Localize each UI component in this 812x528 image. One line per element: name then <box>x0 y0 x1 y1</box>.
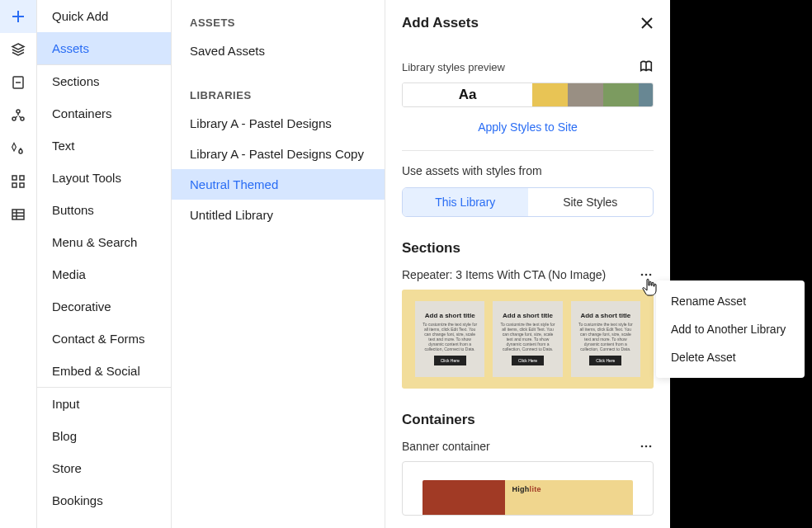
svg-point-9 <box>641 274 644 276</box>
layers-icon <box>11 42 26 57</box>
category-containers[interactable]: Containers <box>37 97 171 130</box>
category-bookings[interactable]: Bookings <box>37 484 171 516</box>
category-text[interactable]: Text <box>37 130 171 162</box>
close-icon <box>640 16 654 30</box>
svg-rect-8 <box>12 210 24 219</box>
saved-assets-item[interactable]: Saved Assets <box>172 35 385 66</box>
typography-swatch: Aa <box>403 83 532 106</box>
book-icon[interactable] <box>639 59 654 74</box>
apply-styles-link[interactable]: Apply Styles to Site <box>402 107 654 150</box>
svg-point-12 <box>641 446 644 448</box>
svg-point-10 <box>645 274 648 276</box>
nodes-icon <box>11 108 26 123</box>
icon-rail <box>0 0 36 528</box>
preview-card-title: Add a short title <box>503 313 553 320</box>
more-icon <box>640 445 652 448</box>
svg-point-13 <box>645 446 648 448</box>
category-panel: Quick Add Assets Sections Containers Tex… <box>36 0 172 528</box>
preview-card-button: Click Here <box>512 356 544 365</box>
ctx-add-to-library[interactable]: Add to Another Library <box>656 315 805 343</box>
style-swatch-row: Aa <box>402 82 654 107</box>
category-blog[interactable]: Blog <box>37 420 171 452</box>
ctx-rename-asset[interactable]: Rename Asset <box>656 287 805 315</box>
assets-header: ASSETS <box>172 0 385 35</box>
category-sections[interactable]: Sections <box>37 65 171 97</box>
asset-context-menu: Rename Asset Add to Another Library Dele… <box>656 280 805 378</box>
libraries-panel: ASSETS Saved Assets LIBRARIES Library A … <box>172 0 385 528</box>
table-icon <box>12 208 25 221</box>
category-quick-add[interactable]: Quick Add <box>37 0 171 32</box>
category-decorative[interactable]: Decorative <box>37 290 171 323</box>
rail-theme-button[interactable] <box>0 132 36 165</box>
category-layout-tools[interactable]: Layout Tools <box>37 162 171 194</box>
style-source-segmented: This Library Site Styles <box>402 187 654 217</box>
preview-card-body: To customize the text style for all item… <box>422 322 478 351</box>
asset-name: Repeater: 3 Items With CTA (No Image) <box>402 268 606 281</box>
category-assets[interactable]: Assets <box>37 32 171 64</box>
color-swatch <box>639 83 653 106</box>
libraries-header: LIBRARIES <box>172 66 385 108</box>
asset-name: Banner container <box>402 440 490 453</box>
svg-rect-4 <box>12 176 17 180</box>
sections-heading: Sections <box>402 240 654 257</box>
svg-point-1 <box>17 110 20 113</box>
canvas-offscreen <box>670 0 812 528</box>
category-contact-forms[interactable]: Contact & Forms <box>37 323 171 355</box>
grid-icon <box>12 175 25 188</box>
library-item-selected[interactable]: Neutral Themed <box>172 169 385 200</box>
rail-connections-button[interactable] <box>0 99 36 132</box>
add-assets-panel: Add Assets Library styles preview Aa App… <box>385 0 670 528</box>
tab-this-library[interactable]: This Library <box>403 188 528 216</box>
more-icon <box>640 273 652 276</box>
color-swatch <box>568 83 603 106</box>
page-icon <box>12 75 25 90</box>
library-styles-preview-label: Library styles preview <box>402 61 505 73</box>
svg-rect-6 <box>12 183 17 187</box>
close-button[interactable] <box>640 16 654 30</box>
rail-data-button[interactable] <box>0 198 36 231</box>
plus-icon <box>11 9 26 24</box>
preview-card-body: To customize the text style for all item… <box>499 322 555 351</box>
preview-card-button: Click Here <box>434 356 466 365</box>
rail-apps-button[interactable] <box>0 165 36 198</box>
category-input[interactable]: Input <box>37 388 171 420</box>
rail-page-button[interactable] <box>0 66 36 99</box>
asset-more-button[interactable] <box>639 445 654 448</box>
preview-card: Add a short title To customize the text … <box>415 301 484 377</box>
library-item[interactable]: Library A - Pastel Designs <box>172 108 385 139</box>
preview-card-button: Click Here <box>589 356 621 365</box>
color-swatch <box>532 83 568 106</box>
category-menu-search[interactable]: Menu & Search <box>37 226 171 258</box>
rail-add-button[interactable] <box>0 0 36 33</box>
use-assets-from-label: Use assets with styles from <box>402 164 654 177</box>
category-embed-social[interactable]: Embed & Social <box>37 355 171 387</box>
preview-card: Add a short title To customize the text … <box>571 301 640 377</box>
category-media[interactable]: Media <box>37 258 171 290</box>
svg-point-11 <box>649 274 652 276</box>
category-buttons[interactable]: Buttons <box>37 194 171 226</box>
ctx-delete-asset[interactable]: Delete Asset <box>656 343 805 371</box>
asset-preview-repeater[interactable]: Add a short title To customize the text … <box>402 290 654 389</box>
preview-card-title: Add a short title <box>425 313 475 320</box>
library-item[interactable]: Library A - Pastel Designs Copy <box>172 139 385 169</box>
library-item[interactable]: Untitled Library <box>172 200 385 230</box>
banner-left <box>423 480 505 516</box>
svg-rect-7 <box>20 183 24 187</box>
panel-title: Add Assets <box>402 15 479 31</box>
drop-text-icon <box>11 141 26 156</box>
rail-layers-button[interactable] <box>0 33 36 66</box>
preview-card-body: To customize the text style for all item… <box>578 322 634 351</box>
tab-site-styles[interactable]: Site Styles <box>528 188 654 216</box>
divider <box>402 150 654 151</box>
color-swatch <box>603 83 639 106</box>
asset-preview-banner[interactable]: Highlite <box>402 461 654 516</box>
containers-heading: Containers <box>402 412 654 428</box>
category-store[interactable]: Store <box>37 452 171 484</box>
svg-point-14 <box>649 446 652 448</box>
preview-card-title: Add a short title <box>580 313 630 320</box>
asset-more-button[interactable] <box>639 273 654 276</box>
preview-card: Add a short title To customize the text … <box>493 301 562 377</box>
banner-right: Highlite <box>505 480 633 516</box>
svg-rect-5 <box>20 176 24 180</box>
banner-logo: Highlite <box>512 485 541 493</box>
